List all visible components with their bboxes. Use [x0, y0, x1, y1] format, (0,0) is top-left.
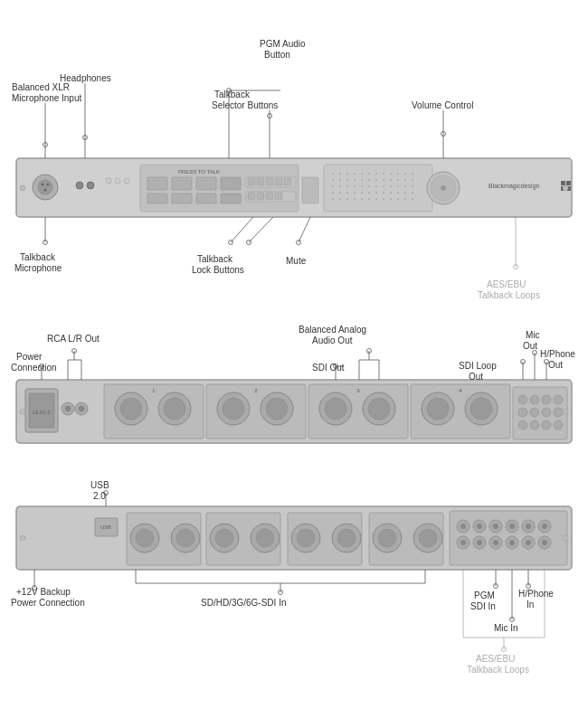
svg-point-232 [477, 540, 482, 545]
svg-point-9 [115, 178, 120, 184]
svg-point-4 [47, 184, 50, 186]
svg-text:USB: USB [100, 524, 111, 530]
svg-text:Talkback Loops: Talkback Loops [478, 290, 540, 300]
svg-text:Mute: Mute [286, 256, 307, 266]
svg-point-43 [397, 173, 399, 175]
svg-point-38 [361, 173, 363, 175]
svg-text:Blackmagicdesign: Blackmagicdesign [488, 183, 540, 190]
svg-point-171 [563, 409, 568, 414]
svg-point-55 [397, 179, 399, 181]
svg-text:Out: Out [469, 372, 483, 382]
svg-rect-25 [275, 178, 282, 185]
svg-point-34 [332, 173, 334, 175]
svg-point-150 [368, 398, 390, 420]
svg-point-82 [332, 198, 334, 200]
svg-line-117 [231, 217, 253, 242]
svg-text:Mic In: Mic In [494, 623, 518, 633]
svg-point-240 [542, 540, 547, 545]
svg-text:USB: USB [90, 480, 109, 490]
svg-text:Lock Buttons: Lock Buttons [192, 265, 244, 275]
svg-point-165 [554, 408, 563, 417]
svg-line-121 [299, 217, 310, 242]
svg-point-46 [332, 179, 334, 181]
svg-text:SDI Loop: SDI Loop [459, 361, 497, 371]
svg-text:CE FC C: CE FC C [33, 410, 51, 415]
svg-point-158 [518, 395, 527, 404]
svg-point-160 [542, 395, 551, 404]
svg-rect-98 [561, 181, 565, 185]
svg-point-156 [470, 398, 492, 420]
svg-point-60 [346, 185, 348, 187]
svg-point-87 [368, 198, 370, 200]
svg-point-52 [375, 179, 377, 181]
svg-point-61 [354, 185, 356, 187]
svg-text:PRESS TO TALK: PRESS TO TALK [178, 169, 220, 175]
svg-point-72 [346, 192, 348, 194]
svg-point-70 [332, 192, 334, 194]
svg-rect-14 [172, 177, 192, 190]
svg-rect-22 [248, 178, 255, 185]
svg-point-102 [20, 185, 25, 191]
svg-point-220 [477, 524, 482, 529]
svg-point-74 [361, 192, 363, 194]
svg-point-242 [563, 535, 568, 541]
svg-text:2.0: 2.0 [93, 491, 106, 501]
svg-point-218 [460, 524, 466, 529]
svg-text:Talkback Loops: Talkback Loops [467, 665, 529, 675]
svg-point-77 [383, 192, 384, 194]
svg-point-37 [354, 173, 356, 175]
svg-point-8 [106, 178, 111, 184]
svg-point-7 [87, 182, 94, 189]
svg-point-75 [368, 192, 370, 194]
svg-rect-23 [257, 178, 264, 185]
svg-text:Mic: Mic [526, 330, 540, 340]
svg-point-96 [441, 185, 446, 191]
svg-rect-30 [266, 193, 273, 200]
svg-point-35 [339, 173, 341, 175]
svg-rect-18 [196, 194, 216, 203]
svg-text:Balanced XLR: Balanced XLR [12, 82, 70, 92]
svg-point-56 [404, 179, 406, 181]
svg-point-90 [390, 198, 392, 200]
svg-point-39 [368, 173, 370, 175]
svg-rect-20 [221, 194, 241, 203]
svg-point-66 [390, 185, 392, 187]
svg-text:Power Connection: Power Connection [11, 598, 85, 608]
svg-point-163 [530, 408, 539, 417]
svg-point-62 [361, 185, 363, 187]
svg-text:Talkback: Talkback [214, 90, 251, 99]
svg-text:SD/HD/3G/6G-SDI In: SD/HD/3G/6G-SDI In [201, 598, 286, 608]
svg-point-93 [412, 198, 413, 200]
svg-point-85 [354, 198, 356, 200]
svg-text:Microphone: Microphone [14, 263, 62, 273]
svg-point-154 [427, 398, 449, 420]
svg-point-88 [375, 198, 377, 200]
svg-point-162 [518, 408, 527, 417]
svg-text:Talkback: Talkback [20, 252, 56, 262]
svg-point-73 [354, 192, 356, 194]
svg-text:RCA L/R Out: RCA L/R Out [47, 334, 100, 344]
svg-point-79 [397, 192, 399, 194]
svg-point-6 [76, 182, 83, 189]
svg-rect-31 [275, 193, 282, 200]
svg-point-103 [563, 185, 568, 191]
svg-point-210 [337, 529, 356, 547]
svg-point-200 [176, 529, 194, 547]
svg-point-59 [339, 185, 341, 187]
svg-text:Balanced Analog: Balanced Analog [299, 325, 366, 335]
svg-point-81 [412, 192, 413, 194]
svg-point-83 [339, 198, 341, 200]
svg-point-136 [120, 398, 142, 420]
svg-point-91 [397, 198, 399, 200]
svg-point-230 [460, 540, 466, 545]
svg-point-138 [164, 398, 185, 420]
svg-text:SDI Out: SDI Out [312, 363, 345, 373]
svg-point-86 [361, 198, 363, 200]
svg-text:In: In [526, 600, 534, 609]
svg-point-236 [509, 540, 515, 545]
svg-point-89 [383, 198, 384, 200]
svg-point-58 [332, 185, 334, 187]
svg-point-161 [554, 395, 563, 404]
svg-point-44 [404, 173, 406, 175]
svg-point-164 [542, 408, 551, 417]
